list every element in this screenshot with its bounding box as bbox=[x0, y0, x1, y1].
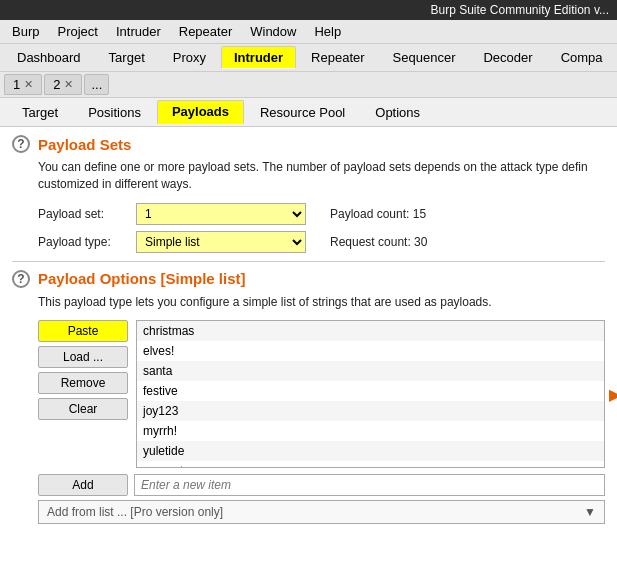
instance-tab-bar: 1 ✕ 2 ✕ ... bbox=[0, 72, 617, 98]
payload-area: Paste Load ... Remove Clear christmaselv… bbox=[12, 320, 605, 468]
menu-burp[interactable]: Burp bbox=[4, 22, 47, 41]
title-text: Burp Suite Community Edition v... bbox=[430, 3, 609, 17]
add-item-input[interactable] bbox=[134, 474, 605, 496]
list-item[interactable]: myrrh! bbox=[137, 421, 604, 441]
list-item[interactable]: yuletide bbox=[137, 441, 604, 461]
menu-intruder[interactable]: Intruder bbox=[108, 22, 169, 41]
payload-sets-title: Payload Sets bbox=[38, 136, 131, 153]
tab-comparer[interactable]: Compa bbox=[548, 46, 616, 69]
list-item[interactable]: joy123 bbox=[137, 401, 604, 421]
title-bar: Burp Suite Community Edition v... bbox=[0, 0, 617, 20]
subtab-payloads[interactable]: Payloads bbox=[157, 100, 244, 124]
scroll-arrow-icon[interactable]: ▶ bbox=[609, 385, 617, 404]
main-tab-bar: Dashboard Target Proxy Intruder Repeater… bbox=[0, 44, 617, 72]
add-from-list-label: Add from list ... [Pro version only] bbox=[47, 505, 223, 519]
payload-options-heading: ? Payload Options [Simple list] bbox=[12, 270, 605, 288]
clear-button[interactable]: Clear bbox=[38, 398, 128, 420]
payload-type-row: Payload type: Simple listRuntime fileCus… bbox=[12, 231, 605, 253]
menu-window[interactable]: Window bbox=[242, 22, 304, 41]
paste-button[interactable]: Paste bbox=[38, 320, 128, 342]
payload-options-desc: This payload type lets you configure a s… bbox=[12, 294, 605, 311]
menu-help[interactable]: Help bbox=[306, 22, 349, 41]
list-item[interactable]: elves! bbox=[137, 341, 604, 361]
add-from-list-row: Add from list ... [Pro version only] ▼ bbox=[12, 500, 605, 524]
instance-tab-1-label: 1 bbox=[13, 77, 20, 92]
tab-decoder[interactable]: Decoder bbox=[470, 46, 545, 69]
sub-tab-bar: Target Positions Payloads Resource Pool … bbox=[0, 98, 617, 127]
payload-set-select[interactable]: 123 bbox=[136, 203, 306, 225]
menu-repeater[interactable]: Repeater bbox=[171, 22, 240, 41]
add-from-list-chevron-icon: ▼ bbox=[584, 505, 596, 519]
subtab-options[interactable]: Options bbox=[361, 102, 434, 123]
remove-button[interactable]: Remove bbox=[38, 372, 128, 394]
subtab-positions[interactable]: Positions bbox=[74, 102, 155, 123]
menu-bar: Burp Project Intruder Repeater Window He… bbox=[0, 20, 617, 44]
request-count-label: Request count: 30 bbox=[330, 235, 427, 249]
instance-tab-2-label: 2 bbox=[53, 77, 60, 92]
tab-target[interactable]: Target bbox=[96, 46, 158, 69]
add-row: Add bbox=[12, 474, 605, 496]
section-divider bbox=[12, 261, 605, 262]
more-tabs-button[interactable]: ... bbox=[84, 74, 109, 95]
list-item[interactable]: santa bbox=[137, 361, 604, 381]
tab-repeater[interactable]: Repeater bbox=[298, 46, 377, 69]
add-button[interactable]: Add bbox=[38, 474, 128, 496]
content-area: ? Payload Sets You can define one or mor… bbox=[0, 127, 617, 564]
payload-list-container: christmaselves!santafestivejoy123myrrh!y… bbox=[136, 320, 605, 468]
payload-set-row: Payload set: 123 Payload count: 15 bbox=[12, 203, 605, 225]
subtab-resource-pool[interactable]: Resource Pool bbox=[246, 102, 359, 123]
instance-tab-1[interactable]: 1 ✕ bbox=[4, 74, 42, 95]
load-button[interactable]: Load ... bbox=[38, 346, 128, 368]
add-from-list-select[interactable]: Add from list ... [Pro version only] ▼ bbox=[38, 500, 605, 524]
payload-options-help-icon[interactable]: ? bbox=[12, 270, 30, 288]
payload-type-select[interactable]: Simple listRuntime fileCustom iteratorCh… bbox=[136, 231, 306, 253]
instance-tab-2[interactable]: 2 ✕ bbox=[44, 74, 82, 95]
payload-set-label: Payload set: bbox=[38, 207, 128, 221]
payload-sets-help-icon[interactable]: ? bbox=[12, 135, 30, 153]
list-item[interactable]: christmas bbox=[137, 321, 604, 341]
payload-type-label: Payload type: bbox=[38, 235, 128, 249]
tab-sequencer[interactable]: Sequencer bbox=[380, 46, 469, 69]
payload-count-label: Payload count: 15 bbox=[330, 207, 426, 221]
payload-action-buttons: Paste Load ... Remove Clear bbox=[38, 320, 128, 420]
payload-sets-desc: You can define one or more payload sets.… bbox=[12, 159, 605, 193]
instance-tab-1-close[interactable]: ✕ bbox=[24, 78, 33, 91]
payload-sets-heading: ? Payload Sets bbox=[12, 135, 605, 153]
tab-proxy[interactable]: Proxy bbox=[160, 46, 219, 69]
instance-tab-2-close[interactable]: ✕ bbox=[64, 78, 73, 91]
list-item[interactable]: festive bbox=[137, 381, 604, 401]
menu-project[interactable]: Project bbox=[49, 22, 105, 41]
list-item[interactable]: presents bbox=[137, 461, 604, 468]
tab-intruder[interactable]: Intruder bbox=[221, 46, 296, 69]
subtab-target[interactable]: Target bbox=[8, 102, 72, 123]
payload-list[interactable]: christmaselves!santafestivejoy123myrrh!y… bbox=[136, 320, 605, 468]
payload-options-title: Payload Options [Simple list] bbox=[38, 270, 246, 287]
tab-dashboard[interactable]: Dashboard bbox=[4, 46, 94, 69]
